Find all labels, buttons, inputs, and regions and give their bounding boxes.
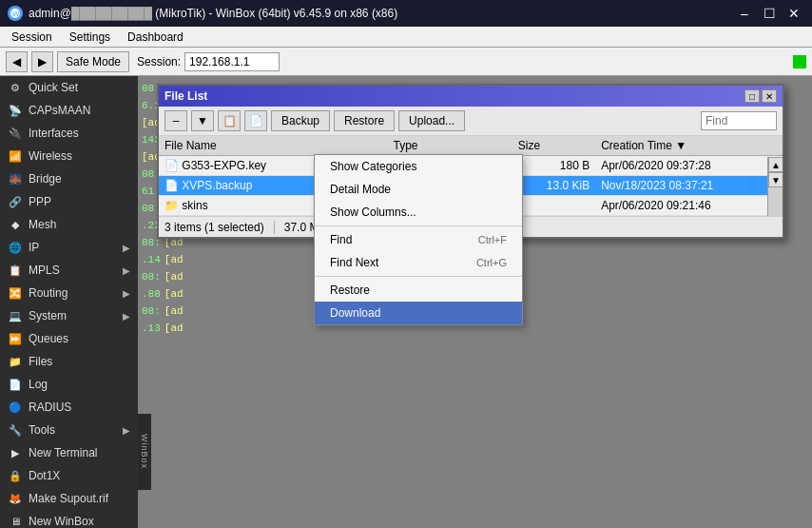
col-size[interactable]: Size <box>512 136 595 156</box>
sidebar-item-system[interactable]: 💻 System ▶ <box>0 304 138 327</box>
backup-button[interactable]: Backup <box>271 110 330 131</box>
menu-session[interactable]: Session <box>4 29 60 46</box>
sidebar-item-ip[interactable]: 🌐 IP ▶ <box>0 236 138 259</box>
session-label: Session: <box>137 55 181 68</box>
sidebar-label-files: Files <box>29 355 52 368</box>
files-icon: 📁 <box>8 354 23 369</box>
sidebar-item-mesh[interactable]: ◆ Mesh <box>0 213 138 236</box>
col-filename[interactable]: File Name <box>159 136 388 156</box>
menu-dashboard[interactable]: Dashboard <box>120 29 191 46</box>
file-list-title: File List <box>164 89 207 103</box>
scroll-down-btn[interactable]: ▼ <box>768 172 783 187</box>
sidebar-label-queues: Queues <box>29 332 68 345</box>
main-layout: ⚙ Quick Set 📡 CAPsMAAN 🔌 Interfaces 📶 Wi… <box>0 76 812 528</box>
ip-text: ██████████ <box>71 7 152 20</box>
mesh-icon: ◆ <box>8 217 23 232</box>
col-type[interactable]: Type <box>388 136 512 156</box>
menu-bar: Session Settings Dashboard <box>0 27 812 48</box>
file-copy-button[interactable]: 📋 <box>218 110 241 131</box>
sidebar-item-log[interactable]: 📄 Log <box>0 373 138 396</box>
ppp-icon: 🔗 <box>8 194 23 209</box>
sidebar-item-dot1x[interactable]: 🔒 Dot1X <box>0 464 138 487</box>
sidebar-item-make-supout[interactable]: 🦊 Make Supout.rif <box>0 487 138 510</box>
sidebar-label-tools: Tools <box>29 423 55 437</box>
file-list-scrollbar[interactable]: ▲ ▼ <box>767 157 783 216</box>
window-restore-btn[interactable]: □ <box>744 89 760 103</box>
ctx-show-columns[interactable]: Show Columns... <box>315 201 522 224</box>
sidebar-item-capsman[interactable]: 📡 CAPsMAAN <box>0 99 138 122</box>
back-button[interactable]: ◀ <box>6 51 28 72</box>
sidebar-item-routing[interactable]: 🔀 Routing ▶ <box>0 282 138 304</box>
sidebar-label-ip: IP <box>29 241 39 254</box>
mpls-icon: 📋 <box>8 263 23 278</box>
minimize-button[interactable]: – <box>734 5 755 22</box>
scroll-up-btn[interactable]: ▲ <box>768 157 783 172</box>
log-icon: 📄 <box>8 377 23 392</box>
sidebar-label-interfaces: Interfaces <box>29 127 79 140</box>
ctx-sep-2 <box>315 276 522 277</box>
window-controls: □ ✕ <box>744 89 777 103</box>
session-input[interactable] <box>184 52 280 71</box>
capsman-icon: 📡 <box>8 103 23 118</box>
window-close-btn[interactable]: ✕ <box>762 89 777 103</box>
ctx-restore[interactable]: Restore <box>315 279 522 302</box>
toolbar: ◀ ▶ Safe Mode Session: <box>0 48 812 76</box>
file-icon-backup: 📄 <box>164 179 179 192</box>
menu-settings[interactable]: Settings <box>62 29 118 46</box>
ctx-detail-mode[interactable]: Detail Mode <box>315 178 522 201</box>
restore-button[interactable]: Restore <box>334 110 395 131</box>
sidebar-label-make-supout: Make Supout.rif <box>29 492 108 505</box>
col-creation[interactable]: Creation Time ▼ <box>595 136 783 156</box>
ctx-download[interactable]: Download <box>315 302 522 324</box>
sidebar-item-radius[interactable]: 🔵 RADIUS <box>0 396 138 419</box>
ctx-find[interactable]: Find Ctrl+F <box>315 228 522 251</box>
sidebar-item-interfaces[interactable]: 🔌 Interfaces <box>0 122 138 145</box>
sidebar-item-new-winbox[interactable]: 🖥 New WinBox <box>0 510 138 528</box>
tools-icon: 🔧 <box>8 422 23 438</box>
safe-mode-button[interactable]: Safe Mode <box>57 51 129 72</box>
routing-arrow: ▶ <box>123 288 130 299</box>
file-search-input[interactable] <box>701 111 777 130</box>
ctx-show-categories[interactable]: Show Categories <box>315 155 522 178</box>
sidebar-item-ppp[interactable]: 🔗 PPP <box>0 190 138 213</box>
bridge-icon: 🌉 <box>8 171 23 186</box>
tools-arrow: ▶ <box>123 425 130 436</box>
dot1x-icon: 🔒 <box>8 468 23 483</box>
file-paste-button[interactable]: 📄 <box>244 110 267 131</box>
file-filter-button[interactable]: ▼ <box>191 110 214 131</box>
upload-button[interactable]: Upload... <box>398 110 465 131</box>
wireless-icon: 📶 <box>8 148 23 164</box>
sidebar-item-quick-set[interactable]: ⚙ Quick Set <box>0 76 138 99</box>
status-items: 3 items (1 selected) <box>164 221 264 234</box>
sidebar-item-bridge[interactable]: 🌉 Bridge <box>0 167 138 190</box>
sidebar-item-mpls[interactable]: 📋 MPLS ▶ <box>0 259 138 282</box>
new-terminal-icon: ▶ <box>8 445 23 460</box>
queues-icon: ⏩ <box>8 331 23 346</box>
make-supout-icon: 🦊 <box>8 491 23 506</box>
sidebar-item-queues[interactable]: ⏩ Queues <box>0 327 138 350</box>
close-button[interactable]: ✕ <box>783 5 804 22</box>
sidebar-label-mpls: MPLS <box>29 264 60 277</box>
forward-button[interactable]: ▶ <box>31 51 53 72</box>
ctx-sep-1 <box>315 225 522 226</box>
maximize-button[interactable]: ☐ <box>759 5 780 22</box>
status-sep-1 <box>274 221 275 234</box>
title-bar-controls: – ☐ ✕ <box>734 5 804 22</box>
app-icon: W <box>8 6 23 21</box>
file-size-0: 180 B <box>512 156 595 176</box>
new-winbox-icon: 🖥 <box>8 514 23 528</box>
file-remove-button[interactable]: – <box>164 110 187 131</box>
title-bar-text: admin@██████████ (MikroTik) - WinBox (64… <box>29 7 397 20</box>
sidebar-item-new-terminal[interactable]: ▶ New Terminal <box>0 441 138 464</box>
file-size-1: 13.0 KiB <box>512 176 595 196</box>
sidebar-label-dot1x: Dot1X <box>29 469 60 482</box>
file-size-2 <box>512 196 595 216</box>
content-area: 08:3[ad 6.13[ad [ad 143[ad [ad 08:[ad 61… <box>138 76 812 528</box>
ctx-find-next[interactable]: Find Next Ctrl+G <box>315 251 522 274</box>
svg-text:W: W <box>12 10 20 18</box>
sidebar-label-radius: RADIUS <box>29 401 71 414</box>
sidebar-item-tools[interactable]: 🔧 Tools ▶ <box>0 419 138 441</box>
sidebar-item-files[interactable]: 📁 Files <box>0 350 138 373</box>
sidebar-item-wireless[interactable]: 📶 Wireless <box>0 145 138 167</box>
quick-set-icon: ⚙ <box>8 80 23 95</box>
